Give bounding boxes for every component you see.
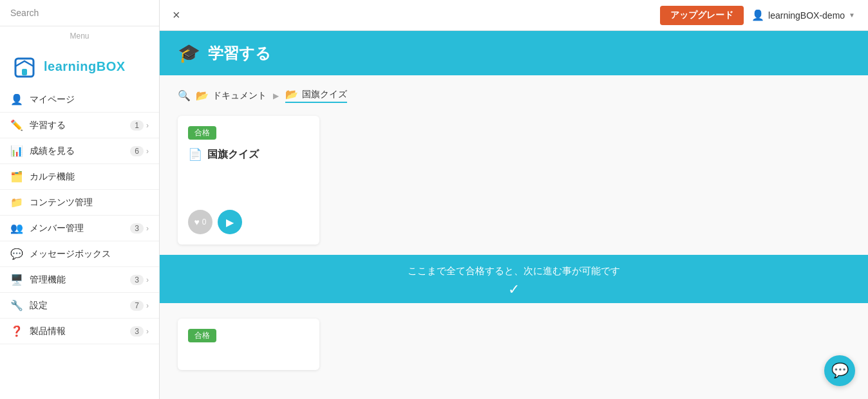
play-icon: ▶	[226, 216, 234, 228]
breadcrumb: 🔍 📂 ドキュメント ▶ 📂 国旗クイズ	[178, 88, 850, 103]
nav-icon-karte: 🗂️	[10, 171, 23, 183]
logo: learningBOX	[0, 43, 159, 87]
main-content: × アップグレード 👤 learningBOX-demo ▼ 🎓 学習する 🔍 …	[160, 0, 868, 399]
svg-rect-1	[22, 69, 27, 75]
nav-arrow-results: ›	[146, 147, 149, 156]
nav-icon-admin: 🖥️	[10, 274, 23, 286]
sidebar-item-settings[interactable]: 🔧 設定 7 ›	[0, 293, 159, 319]
nav-label-settings: 設定	[30, 300, 130, 311]
nav-icon-members: 👥	[10, 222, 23, 234]
nav-icon-product: ❓	[10, 325, 23, 337]
nav-label-members: メンバー管理	[30, 223, 130, 234]
sidebar-item-product[interactable]: ❓ 製品情報 3 ›	[0, 319, 159, 344]
folder2-label: 国旗クイズ	[302, 89, 347, 100]
nav-label-admin: 管理機能	[30, 274, 130, 286]
nav-icon-learn: ✏️	[10, 119, 23, 131]
nav-icon-settings: 🔧	[10, 299, 23, 311]
sidebar-item-members[interactable]: 👥 メンバー管理 3 ›	[0, 216, 159, 241]
nav-badge-members: 3	[130, 223, 144, 234]
nav-label-contents: コンテンツ管理	[30, 197, 149, 209]
quiz-card: 合格 📄 国旗クイズ ♥ 0 ▶	[178, 116, 319, 245]
nav-badge-results: 6	[130, 146, 144, 156]
header-icon: 🎓	[178, 42, 200, 64]
breadcrumb-folder2[interactable]: 📂 国旗クイズ	[285, 88, 347, 103]
nav-badge-settings: 7	[130, 301, 144, 311]
sidebar-item-karte[interactable]: 🗂️ カルテ機能	[0, 164, 159, 190]
bottom-card-badge: 合格	[188, 329, 216, 342]
card-title: 📄 国旗クイズ	[188, 147, 309, 162]
sidebar-item-messages[interactable]: 💬 メッセージボックス	[0, 241, 159, 267]
folder2-icon: 📂	[285, 88, 298, 100]
sidebar-item-admin[interactable]: 🖥️ 管理機能 3 ›	[0, 267, 159, 293]
nav-label-learn: 学習する	[30, 120, 130, 131]
sidebar: Search Menu learningBOX 👤 マイページ ✏️ 学習する …	[0, 0, 160, 399]
cards-row: 合格 📄 国旗クイズ ♥ 0 ▶	[178, 116, 850, 245]
card-doc-icon: 📄	[188, 147, 202, 162]
logo-icon	[13, 53, 39, 79]
chat-button[interactable]: 💬	[824, 355, 855, 386]
chevron-down-icon: ✓	[160, 281, 868, 298]
folder1-label: ドキュメント	[212, 90, 267, 102]
page-header: 🎓 学習する	[160, 31, 868, 75]
nav-arrow-members: ›	[146, 224, 149, 233]
breadcrumb-arrow: ▶	[273, 91, 279, 100]
close-button[interactable]: ×	[173, 8, 180, 23]
bottom-card: 合格	[178, 319, 319, 370]
heart-button[interactable]: ♥ 0	[188, 210, 212, 234]
content-area: 🔍 📂 ドキュメント ▶ 📂 国旗クイズ 合格 📄 国旗クイズ	[160, 75, 868, 399]
logo-text: learningBOX	[44, 59, 126, 74]
breadcrumb-search-icon: 🔍	[178, 89, 191, 102]
sidebar-item-learn[interactable]: ✏️ 学習する 1 ›	[0, 113, 159, 138]
chat-icon: 💬	[831, 362, 849, 379]
upgrade-button[interactable]: アップグレード	[660, 6, 744, 25]
page-title: 学習する	[208, 43, 271, 64]
card-actions: ♥ 0 ▶	[188, 210, 309, 234]
progress-banner: ここまで全て合格すると、次に進む事が可能です ✓	[160, 255, 868, 303]
nav-label-product: 製品情報	[30, 326, 130, 337]
bottom-card-row: 合格	[178, 313, 850, 370]
user-menu[interactable]: 👤 learningBOX-demo ▼	[751, 9, 855, 21]
nav-icon-my-page: 👤	[10, 93, 23, 106]
heart-count: 0	[202, 218, 207, 227]
search-label: Search	[10, 8, 39, 18]
menu-label: Menu	[0, 26, 159, 43]
card-title-text: 国旗クイズ	[207, 148, 259, 162]
nav-arrow-product: ›	[146, 327, 149, 336]
nav-label-my-page: マイページ	[30, 94, 149, 106]
progress-text: ここまで全て合格すると、次に進む事が可能です	[408, 265, 620, 276]
card-badge: 合格	[188, 126, 216, 140]
nav-label-messages: メッセージボックス	[30, 248, 149, 260]
nav-badge-admin: 3	[130, 275, 144, 285]
breadcrumb-folder1[interactable]: 📂 ドキュメント	[196, 89, 267, 102]
nav-arrow-learn: ›	[146, 121, 149, 130]
nav-icon-contents: 📁	[10, 196, 23, 209]
nav-badge-product: 3	[130, 326, 144, 337]
nav-arrow-settings: ›	[146, 301, 149, 310]
sidebar-item-results[interactable]: 📊 成績を見る 6 ›	[0, 138, 159, 164]
nav-label-karte: カルテ機能	[30, 171, 149, 183]
topbar-right: アップグレード 👤 learningBOX-demo ▼	[660, 6, 855, 25]
topbar: × アップグレード 👤 learningBOX-demo ▼	[160, 0, 868, 31]
nav-menu: 👤 マイページ ✏️ 学習する 1 › 📊 成績を見る 6 › 🗂️ カルテ機能…	[0, 87, 159, 399]
nav-label-results: 成績を見る	[30, 145, 130, 157]
search-bar[interactable]: Search	[0, 0, 159, 26]
user-label: learningBOX-demo	[768, 10, 845, 21]
user-icon: 👤	[751, 9, 764, 21]
folder1-icon: 📂	[196, 89, 209, 102]
nav-arrow-admin: ›	[146, 275, 149, 284]
sidebar-item-contents[interactable]: 📁 コンテンツ管理	[0, 190, 159, 216]
sidebar-item-my-page[interactable]: 👤 マイページ	[0, 87, 159, 113]
nav-icon-results: 📊	[10, 145, 23, 157]
dropdown-arrow-icon: ▼	[849, 12, 855, 19]
play-button[interactable]: ▶	[218, 210, 242, 234]
heart-icon: ♥	[194, 217, 200, 227]
nav-icon-messages: 💬	[10, 248, 23, 260]
nav-badge-learn: 1	[130, 120, 144, 131]
